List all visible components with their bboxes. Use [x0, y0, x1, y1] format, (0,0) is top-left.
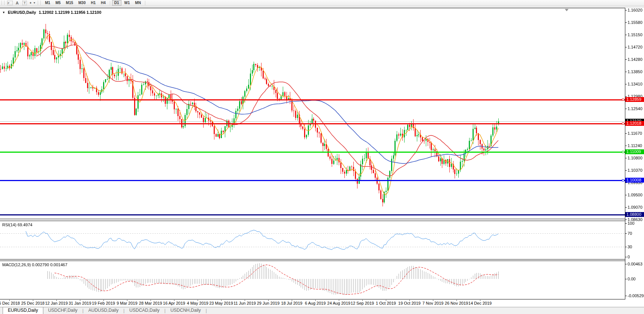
date-label: 9 Mar 2019 [117, 301, 137, 305]
date-label: 4 May 2019 [187, 301, 208, 305]
date-label: 7 Nov 2019 [422, 301, 443, 305]
price-badge-108800: 1.08800 [625, 212, 644, 217]
date-label: 12 Jan 2019 [45, 301, 68, 305]
text-tool-button[interactable]: A [14, 0, 20, 5]
tab-usdcad[interactable]: USDCAD,Daily [124, 307, 164, 314]
toolbar-grip[interactable] [1, 1, 4, 5]
date-label: 6 Dec 2018 [0, 301, 20, 305]
rsi-tick-label: 30 [628, 245, 632, 249]
symbol-ohlc: 1.12002 1.12199 1.11956 1.12100 [39, 10, 102, 15]
chart-shift-marker-icon[interactable] [565, 9, 569, 11]
date-label: 28 Mar 2019 [139, 301, 162, 305]
symbol-title: EURUSD,Daily [8, 10, 36, 15]
tab-separator: | [205, 307, 207, 314]
price-tick-label: 1.16020 [628, 8, 643, 12]
price-tick-label: 1.09500 [628, 193, 643, 197]
price-tick-label: 1.12540 [628, 106, 643, 111]
price-tick-label: 1.15580 [628, 20, 643, 25]
timeframe-button-m5[interactable]: M5 [53, 0, 63, 6]
timeframe-button-w1[interactable]: W1 [122, 0, 132, 6]
price-tick-label: 1.11240 [628, 143, 642, 148]
hline-anchor-point[interactable] [622, 99, 624, 101]
tab-usdcnh[interactable]: USDCNH,Daily [165, 307, 205, 314]
price-chart-canvas[interactable] [0, 8, 625, 219]
macd-canvas[interactable] [0, 261, 625, 299]
timeframe-button-d1[interactable]: D1 [112, 0, 121, 6]
macd-tick-label: 0.00 [628, 277, 635, 281]
date-label: 19 Feb 2019 [92, 301, 115, 305]
macd-label: MACD(12,26,9) 0.002790 0.001467 [2, 262, 67, 267]
price-tick-label: 1.13410 [628, 82, 643, 86]
label-icon: T [22, 1, 27, 5]
hline-anchor-point[interactable] [622, 151, 624, 153]
price-badge-112018: 1.12018 [625, 121, 644, 126]
timeframe-button-m15[interactable]: M15 [64, 0, 75, 6]
rsi-tick-label: 0 [628, 255, 630, 259]
price-badge-110008: 1.10008 [625, 178, 644, 183]
toolbar-grip-2[interactable] [38, 1, 41, 5]
date-label: 25 Dec 2018 [21, 301, 44, 305]
toolbar-separator [145, 1, 145, 5]
price-badge-111009: 1.11009 [625, 149, 644, 154]
date-label: 19 Oct 2019 [398, 301, 421, 305]
rsi-canvas[interactable] [0, 221, 625, 259]
rsi-panel[interactable]: RSI(14) 69.4974 [0, 221, 625, 259]
fibonacci-icon: F [7, 1, 13, 5]
tab-audusd[interactable]: AUDUSD,Daily [84, 307, 124, 314]
date-label: 16 Apr 2019 [163, 301, 185, 305]
toolbar: F A T ✦ ▼ M1M5M15M30H1H4D1W1MN [0, 0, 644, 6]
symbol-dropdown-icon[interactable]: ▼ [2, 11, 5, 14]
timeframe-button-h1[interactable]: H1 [89, 0, 98, 6]
date-label: 31 Jan 2019 [69, 301, 92, 305]
metatrader-window: F A T ✦ ▼ M1M5M15M30H1H4D1W1MN ▼ EURUSD,… [0, 0, 644, 314]
arrows-icon: ✦ [29, 1, 32, 5]
rsi-label: RSI(14) 69.4974 [2, 223, 32, 227]
label-tool-button[interactable]: T [22, 0, 28, 5]
date-label: 18 Jul 2019 [281, 301, 303, 305]
macd-tick-label: -0.005299 [628, 293, 644, 298]
date-label: 6 Aug 2019 [305, 301, 326, 305]
chart-tab-bar: EURUSD,DailyUSDCHF,Daily|AUDUSD,Daily|US… [0, 307, 644, 314]
fibonacci-tool-button[interactable]: F [7, 0, 13, 5]
price-badge-112859: 1.12859 [625, 97, 644, 102]
price-tick-label: 1.09070 [628, 205, 643, 209]
rsi-tick-label: 70 [628, 231, 632, 236]
price-tick-label: 1.13850 [628, 69, 643, 74]
timeframe-button-m1[interactable]: M1 [43, 0, 52, 6]
date-label: 29 Jun 2019 [257, 301, 280, 305]
macd-panel[interactable]: MACD(12,26,9) 0.002790 0.001467 [0, 261, 625, 299]
timeframe-button-h4[interactable]: H4 [99, 0, 108, 6]
timeframe-group: M1M5M15M30H1H4D1W1MN [42, 0, 147, 6]
price-tick-label: 1.14280 [628, 57, 643, 62]
arrows-tool-button[interactable]: ✦ ▼ [29, 0, 35, 5]
toolbar-separator [110, 1, 110, 5]
hline-anchor-point[interactable] [622, 122, 624, 125]
date-label: 24 Aug 2019 [327, 301, 350, 305]
tab-usdchf[interactable]: USDCHF,Daily [43, 307, 83, 314]
price-tick-label: 1.10370 [628, 168, 643, 172]
date-label: 26 Nov 2019 [445, 301, 468, 305]
rsi-tick-label: 100 [628, 221, 634, 226]
date-label: 23 May 2019 [209, 301, 233, 305]
price-tick-label: 1.10800 [628, 156, 643, 160]
price-chart-panel[interactable]: ▼ EURUSD,Daily 1.12002 1.12199 1.11956 1… [0, 8, 625, 219]
date-label: 14 Dec 2019 [468, 301, 492, 305]
tab-eurusd[interactable]: EURUSD,Daily [3, 307, 43, 314]
hline-anchor-point[interactable] [622, 179, 624, 181]
date-label: 12 Sep 2019 [351, 301, 374, 305]
macd-tick-label: 0.00463 [628, 262, 643, 266]
date-label: 11 Jun 2019 [233, 301, 256, 305]
price-tick-label: 1.14720 [628, 45, 643, 49]
symbol-header[interactable]: ▼ EURUSD,Daily 1.12002 1.12199 1.11956 1… [2, 10, 101, 15]
arrows-dropdown-icon[interactable]: ▼ [33, 1, 36, 4]
date-label: 1 Oct 2019 [376, 301, 396, 305]
price-tick-label: 1.11670 [628, 131, 642, 136]
timeframe-button-mn[interactable]: MN [133, 0, 143, 6]
timeframe-button-m30[interactable]: M30 [76, 0, 88, 6]
price-tick-label: 1.15150 [628, 32, 643, 37]
